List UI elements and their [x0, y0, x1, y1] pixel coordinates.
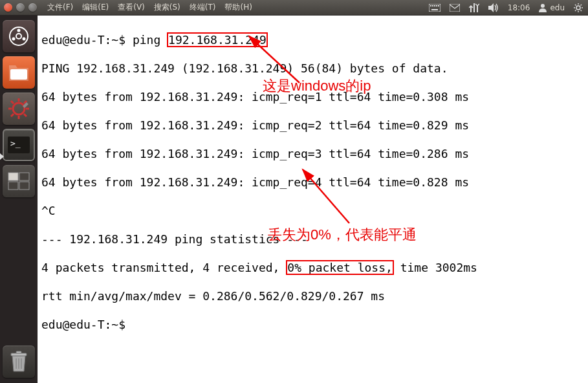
menu-edit[interactable]: 编辑(E) — [78, 0, 113, 15]
svg-line-17 — [581, 5, 582, 6]
launcher-trash[interactable] — [3, 345, 35, 378]
terminal-view[interactable]: edu@edu-T:~$ ping 192.168.31.249 PING 19… — [38, 16, 588, 383]
terminal-line: edu@edu-T:~$ ping 192.168.31.249 — [41, 33, 584, 47]
highlight-ip: 192.168.31.249 — [168, 33, 267, 47]
svg-line-33 — [11, 114, 14, 116]
svg-rect-40 — [11, 353, 27, 356]
svg-rect-2 — [432, 5, 433, 6]
terminal-line: PING 192.168.31.249 (192.168.31.249) 56(… — [41, 61, 584, 76]
terminal-line: edu@edu-T:~$ — [41, 318, 584, 332]
menu-file[interactable]: 文件(F) — [43, 0, 77, 15]
menu-search[interactable]: 搜索(S) — [150, 0, 184, 15]
svg-rect-24 — [10, 69, 27, 80]
menu-terminal[interactable]: 终端(T) — [186, 0, 220, 15]
svg-line-15 — [575, 5, 576, 6]
launcher-terminal[interactable]: >_ — [3, 129, 35, 161]
svg-point-23 — [16, 34, 21, 39]
text: time 3002ms — [393, 261, 477, 274]
top-panel: 文件(F) 编辑(E) 查看(V) 搜索(S) 终端(T) 帮助(H) 18:0… — [0, 0, 588, 16]
svg-rect-38 — [8, 182, 18, 190]
svg-rect-5 — [438, 5, 439, 6]
text: 4 packets transmitted, 4 received, — [41, 261, 287, 274]
user-icon — [539, 3, 547, 12]
user-menu[interactable]: edu — [539, 3, 565, 12]
close-button[interactable] — [4, 3, 12, 12]
svg-rect-39 — [19, 182, 29, 190]
terminal-line: 64 bytes from 192.168.31.249: icmp_req=2… — [41, 118, 584, 133]
svg-line-31 — [24, 114, 27, 116]
gear-icon[interactable] — [574, 3, 583, 12]
window-controls — [0, 3, 37, 12]
launcher-files[interactable] — [3, 56, 35, 89]
svg-point-22 — [23, 38, 26, 41]
highlight-loss: 0% packet loss, — [287, 261, 393, 274]
svg-text:>_: >_ — [10, 138, 21, 148]
svg-point-20 — [17, 29, 21, 32]
unity-launcher: >_ — [0, 16, 38, 383]
svg-line-16 — [581, 10, 582, 11]
svg-rect-7 — [450, 4, 460, 12]
keyboard-icon[interactable] — [429, 4, 441, 12]
terminal-line: 64 bytes from 192.168.31.249: icmp_req=4… — [41, 175, 584, 190]
launcher-dash[interactable] — [3, 20, 35, 52]
network-icon[interactable] — [469, 3, 479, 12]
mail-icon[interactable] — [450, 4, 460, 12]
menu-bar: 文件(F) 编辑(E) 查看(V) 搜索(S) 终端(T) 帮助(H) — [43, 0, 256, 15]
svg-line-30 — [11, 101, 14, 104]
svg-rect-41 — [16, 351, 21, 353]
user-label: edu — [550, 3, 565, 12]
svg-line-18 — [575, 10, 576, 11]
svg-rect-6 — [431, 9, 438, 10]
panel-indicators: 18:06 edu — [429, 3, 588, 12]
prompt: edu@edu-T:~$ ping — [41, 33, 168, 47]
svg-point-10 — [576, 6, 580, 10]
launcher-active-arrow — [0, 153, 4, 160]
menu-view[interactable]: 查看(V) — [114, 0, 149, 15]
maximize-button[interactable] — [28, 3, 37, 12]
svg-rect-37 — [19, 173, 29, 181]
terminal-line: --- 192.168.31.249 ping statistics --- — [41, 232, 584, 246]
svg-rect-1 — [430, 5, 431, 6]
svg-marker-8 — [488, 3, 494, 12]
svg-point-9 — [541, 4, 545, 8]
svg-point-25 — [13, 103, 25, 115]
terminal-line: 64 bytes from 192.168.31.249: icmp_req=3… — [41, 147, 584, 161]
launcher-workspace[interactable] — [3, 165, 35, 197]
svg-rect-4 — [436, 5, 437, 6]
svg-rect-3 — [434, 5, 435, 6]
svg-rect-0 — [429, 4, 441, 12]
launcher-settings[interactable] — [3, 93, 35, 125]
volume-icon[interactable] — [488, 3, 499, 12]
terminal-line: rtt min/avg/max/mdev = 0.286/0.562/0.829… — [41, 289, 584, 303]
menu-help[interactable]: 帮助(H) — [221, 0, 256, 15]
terminal-line: 4 packets transmitted, 4 received, 0% pa… — [41, 261, 584, 275]
clock[interactable]: 18:06 — [508, 3, 530, 12]
svg-point-21 — [12, 38, 16, 41]
terminal-line: ^C — [41, 204, 584, 218]
terminal-line: 64 bytes from 192.168.31.249: icmp_req=1… — [41, 90, 584, 104]
svg-rect-36 — [8, 173, 18, 181]
minimize-button[interactable] — [16, 3, 25, 12]
